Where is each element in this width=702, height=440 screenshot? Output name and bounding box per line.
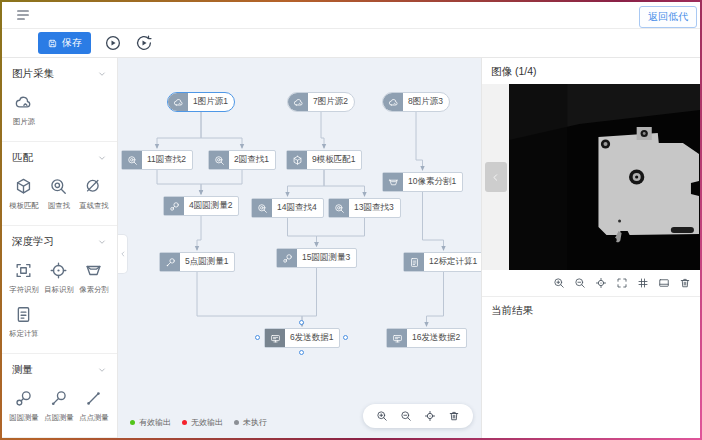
zoom-in-icon[interactable] <box>376 410 388 422</box>
back-to-lowcode-button[interactable]: 返回低代 <box>639 6 697 28</box>
viewer-nav-strip <box>482 84 509 270</box>
node-label: 1图片源1 <box>188 93 234 111</box>
flow-node-10[interactable]: 10像素分割1 <box>382 172 463 192</box>
sidebar-item-pixel-segmentation[interactable]: 像素分割 <box>76 261 111 295</box>
zoom-in-icon[interactable] <box>553 277 565 289</box>
sidebar-item-circle-find[interactable]: 圆查找 <box>41 177 76 211</box>
workpiece-image[interactable] <box>509 84 700 270</box>
section-header-1[interactable]: 匹配 <box>2 149 117 171</box>
segment-icon <box>383 173 403 191</box>
run-once-button[interactable] <box>135 34 153 52</box>
sidebar-item-point-circle-measure[interactable]: 点圆测量 <box>41 389 76 423</box>
node-label: 5点圆测量1 <box>180 253 234 271</box>
image-panel-title: 图像 (1/4) <box>482 58 700 84</box>
target-icon <box>49 261 68 280</box>
node-label: 10像素分割1 <box>403 173 462 191</box>
item-label: 点圆测量 <box>44 412 73 422</box>
flow-node-2[interactable]: 2圆查找1 <box>208 150 276 170</box>
item-label: 圆查找 <box>47 200 69 210</box>
trash-icon[interactable] <box>679 277 691 289</box>
previous-image-button[interactable] <box>485 162 507 192</box>
right-panel: 图像 (1/4) <box>481 58 700 438</box>
chevron-down-icon <box>97 237 107 247</box>
sidebar-item-char-recognition[interactable]: 字符识别 <box>6 261 41 295</box>
menu-icon[interactable] <box>15 7 31 23</box>
flow-edge-8-10 <box>416 112 423 170</box>
chevron-down-icon <box>97 153 107 163</box>
measure-cc-icon <box>164 197 184 215</box>
section-header-3[interactable]: 测量 <box>2 361 117 383</box>
connection-handle[interactable] <box>255 335 260 340</box>
measure-cc-icon <box>14 389 33 408</box>
locate-icon[interactable] <box>424 410 436 422</box>
sidebar-item-line-find[interactable]: 直线查找 <box>76 177 111 211</box>
fullscreen-icon[interactable] <box>616 277 628 289</box>
sidebar-item-circle-circle-measure[interactable]: 圆圆测量 <box>6 389 41 423</box>
zoom-out-icon[interactable] <box>574 277 586 289</box>
flow-node-15[interactable]: 15圆圆测量3 <box>276 248 357 268</box>
doc-icon <box>14 305 33 324</box>
item-label: 目标识别 <box>44 284 73 294</box>
flow-node-13[interactable]: 13圆查找3 <box>328 198 401 218</box>
connection-handle[interactable] <box>299 350 304 355</box>
flow-edge-7-9 <box>321 112 324 148</box>
sidebar-item-image-source[interactable]: 图片源 <box>6 93 41 127</box>
sidebar-collapse-handle[interactable] <box>118 234 128 274</box>
grid-icon[interactable] <box>637 277 649 289</box>
flow-node-4[interactable]: 4圆圆测量2 <box>163 196 239 216</box>
cube-icon <box>14 177 33 196</box>
locate-icon[interactable] <box>595 277 607 289</box>
flow-edge-1-2 <box>201 112 242 148</box>
node-label: 13圆查找3 <box>349 199 400 217</box>
node-label: 11圆查找2 <box>142 151 192 169</box>
tcp-icon <box>387 329 407 347</box>
section-header-0[interactable]: 图片采集 <box>2 65 117 87</box>
flow-edge-1-11 <box>157 112 201 148</box>
save-button[interactable]: 保存 <box>38 32 91 54</box>
zoom-out-icon[interactable] <box>400 410 412 422</box>
node-label: 14圆查找4 <box>272 199 323 217</box>
run-button[interactable] <box>104 34 122 52</box>
flow-node-6[interactable]: 6发送数据1 <box>264 328 340 348</box>
section-header-2[interactable]: 深度学习 <box>2 233 117 255</box>
flow-node-8[interactable]: 8图片源3 <box>382 92 450 112</box>
current-result-title: 当前结果 <box>482 297 700 323</box>
sidebar-item-template-match[interactable]: 模板匹配 <box>6 177 41 211</box>
save-label: 保存 <box>62 36 82 50</box>
flow-node-14[interactable]: 14圆查找4 <box>251 198 324 218</box>
compare-icon[interactable] <box>658 277 670 289</box>
flow-node-11[interactable]: 11圆查找2 <box>121 150 193 170</box>
canvas-zoom-controls <box>363 404 473 428</box>
chevron-left-icon <box>119 250 127 258</box>
cloud-icon <box>168 93 188 111</box>
flow-node-16[interactable]: 16发送数据2 <box>386 328 467 348</box>
section-items: 图片源 <box>2 87 117 135</box>
line-find-icon <box>84 177 103 196</box>
chevron-left-icon <box>490 172 501 183</box>
circle-find-icon <box>122 151 142 169</box>
legend-label: 有效输出 <box>139 417 171 428</box>
flow-node-1[interactable]: 1图片源1 <box>167 92 235 112</box>
flow-node-5[interactable]: 5点圆测量1 <box>159 252 235 272</box>
tcp-icon <box>265 329 285 347</box>
flow-node-12[interactable]: 12标定计算1 <box>403 252 481 272</box>
status-legend: 有效输出无效输出未执行 <box>130 417 267 428</box>
item-label: 图片源 <box>12 116 34 126</box>
trash-icon[interactable] <box>448 410 460 422</box>
item-label: 点点测量 <box>79 412 108 422</box>
flow-edge-9-14 <box>288 170 325 196</box>
flow-node-7[interactable]: 7图片源2 <box>287 92 355 112</box>
legend-item: 无效输出 <box>182 417 223 428</box>
legend-item: 未执行 <box>234 417 267 428</box>
flow-canvas[interactable]: 有效输出无效输出未执行 1图片源17图片源28图片源311圆查找22圆查找19模… <box>118 58 481 438</box>
doc-icon <box>404 253 424 271</box>
connection-handle[interactable] <box>343 335 348 340</box>
flow-edge-5-6 <box>197 272 302 326</box>
connection-handle[interactable] <box>299 320 304 325</box>
flow-node-9[interactable]: 9模板匹配1 <box>286 150 362 170</box>
item-label: 标定计算 <box>9 328 38 338</box>
sidebar-item-point-point-measure[interactable]: 点点测量 <box>76 389 111 423</box>
sidebar-item-calibration-calc[interactable]: 标定计算 <box>6 305 41 339</box>
sidebar-item-object-recognition[interactable]: 目标识别 <box>41 261 76 295</box>
sidebar-section-1: 匹配模板匹配圆查找直线查找 <box>2 141 117 225</box>
